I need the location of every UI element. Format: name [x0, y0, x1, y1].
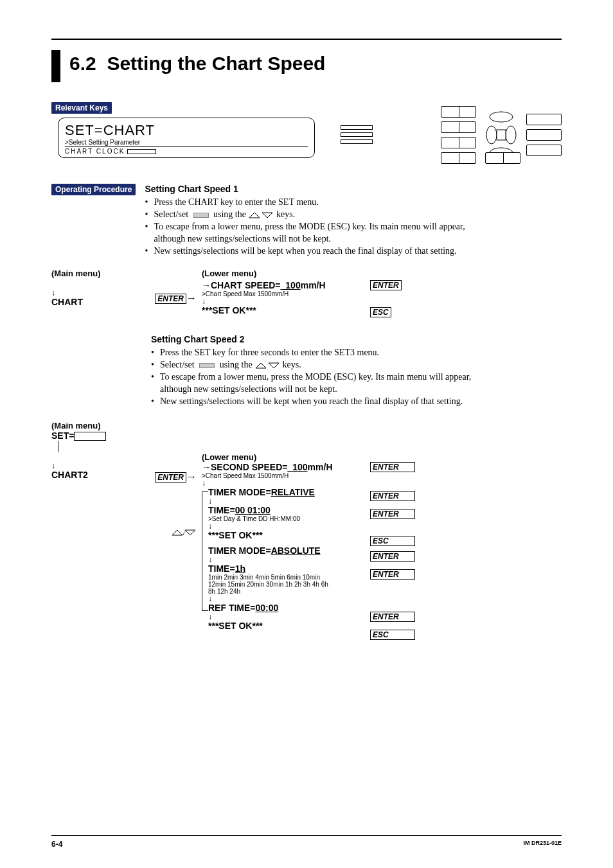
- menu-line: TIMER MODE=RELATIVE: [208, 487, 369, 497]
- list-item: To escape from a lower menu, press the M…: [151, 371, 562, 396]
- text: New settings/selections will be kept whe…: [154, 246, 456, 256]
- down-arrow-icon: ↓: [208, 522, 369, 530]
- text: using the: [217, 360, 254, 369]
- text: Select/set: [160, 360, 197, 369]
- up-down-key-icon: [248, 211, 274, 219]
- proc2-heading: Setting Chart Speed 2: [151, 334, 562, 344]
- enter-key-token: ENTER: [155, 472, 186, 483]
- label: TIME=: [208, 505, 235, 515]
- lcd-title: SET=CHART: [65, 122, 308, 139]
- enter-key-token: ENTER: [370, 509, 415, 519]
- enter-key-token: ENTER: [155, 294, 186, 304]
- menu-subtext: 8h 12h 24h: [208, 588, 369, 595]
- svg-rect-4: [497, 130, 506, 140]
- proc1-heading: Setting Chart Speed 1: [145, 184, 562, 194]
- value: 1h: [235, 563, 245, 574]
- key-icon: [526, 114, 562, 125]
- operating-procedure-label: Operating Procedure: [51, 184, 136, 195]
- proc2-list: Press the SET key for three seconds to e…: [151, 347, 562, 407]
- section-number: 6.2: [69, 53, 96, 74]
- branch-bracket: [202, 492, 208, 611]
- down-arrow-icon: ↓: [51, 462, 141, 470]
- enter-key-token: ENTER: [370, 462, 415, 472]
- section-title-text: Setting the Chart Speed: [107, 53, 325, 74]
- svg-marker-7: [256, 363, 266, 368]
- svg-marker-10: [185, 530, 195, 535]
- value: _100: [281, 280, 301, 290]
- mini-key-icon: [341, 132, 373, 137]
- lower-menu-label: (Lower menu): [202, 452, 369, 462]
- flow-1: (Main menu) (Lower menu) ↓ CHART ENTER→ …: [51, 269, 562, 317]
- cursor-icon: [199, 363, 215, 368]
- key-icon: [526, 145, 562, 156]
- list-item: Select/set using the keys.: [145, 209, 562, 221]
- text: Press the SET key for three seconds to e…: [160, 348, 379, 357]
- main-menu-item: CHART2: [51, 470, 141, 480]
- right-arrow-icon: →: [202, 280, 211, 290]
- right-arrow-icon: →: [202, 462, 211, 472]
- esc-key-token: ESC: [370, 630, 415, 640]
- lcd-sub1: >Select Setting Parameter: [65, 139, 308, 147]
- menu-line: TIMER MODE=ABSOLUTE: [208, 545, 369, 556]
- mini-key-icon: [341, 125, 373, 130]
- esc-key-token: ESC: [370, 536, 415, 546]
- proc1-list: Press the CHART key to enter the SET men…: [145, 197, 562, 257]
- value: RELATIVE: [271, 487, 315, 497]
- set-eq: SET=: [51, 430, 562, 441]
- enter-key-token: ENTER: [370, 491, 415, 501]
- text: using the: [211, 209, 249, 219]
- menu-line: →SECOND SPEED=_100mm/H: [202, 462, 369, 472]
- svg-point-2: [486, 126, 497, 144]
- mini-button-stack: [341, 125, 373, 144]
- label: CHART SPEED=: [211, 280, 281, 290]
- text: keys.: [276, 209, 295, 219]
- list-item: New settings/selections will be kept whe…: [145, 245, 562, 258]
- enter-key-token: ENTER: [370, 569, 415, 580]
- up-down-key-icon: [254, 362, 280, 369]
- title-row: 6.2 Setting the Chart Speed: [51, 53, 562, 82]
- keypad-panel: [441, 106, 562, 164]
- label: REF TIME=: [208, 603, 256, 613]
- text: To escape from a lower menu, press the M…: [160, 372, 471, 382]
- value: 00:00: [256, 603, 279, 613]
- value: ABSOLUTE: [271, 545, 321, 556]
- label: SET=: [51, 430, 74, 441]
- main-menu-label: (Main menu): [51, 269, 141, 278]
- list-item: To escape from a lower menu, press the M…: [145, 221, 562, 245]
- lcd-sub2-text: CHART CLOCK: [65, 148, 125, 155]
- cursor-icon: [127, 149, 156, 154]
- label: SECOND SPEED=: [211, 462, 287, 472]
- text: New settings/selections will be kept whe…: [160, 396, 463, 406]
- down-arrow-icon: ↓: [208, 556, 369, 563]
- mini-key-icon: [341, 139, 373, 144]
- procedure-1: Operating Procedure Setting Chart Speed …: [51, 184, 562, 257]
- down-arrow-icon: ↓: [208, 595, 369, 603]
- menu-subtext: 12min 15min 20min 30min 1h 2h 3h 4h 6h: [208, 581, 369, 588]
- page-number: 6-4: [51, 840, 62, 849]
- menu-line: →CHART SPEED=_100mm/H: [202, 280, 369, 290]
- svg-point-0: [490, 112, 513, 122]
- text: To escape from a lower menu, press the M…: [154, 222, 465, 231]
- enter-key-token: ENTER: [370, 551, 415, 562]
- procedure-2: Setting Chart Speed 2 Press the SET key …: [151, 334, 562, 407]
- svg-marker-8: [269, 363, 279, 368]
- list-item: New settings/selections will be kept whe…: [151, 396, 562, 408]
- label: TIMER MODE=: [208, 545, 271, 556]
- key-icon: [441, 106, 476, 118]
- unit: mm/H: [308, 462, 333, 472]
- svg-marker-5: [249, 213, 260, 218]
- set-ok: ***SET OK***: [208, 621, 369, 631]
- set-ok: ***SET OK***: [208, 530, 369, 540]
- page-footer: 6-4 IM DR231-01E: [51, 835, 562, 849]
- text: although new settings/selections will no…: [160, 384, 562, 396]
- top-rule: [51, 39, 562, 40]
- enter-key-token: ENTER: [370, 280, 402, 290]
- text: Select/set: [154, 209, 190, 219]
- svg-point-3: [506, 126, 516, 144]
- svg-marker-6: [262, 213, 272, 218]
- list-item: Select/set using the keys.: [151, 359, 562, 371]
- down-arrow-icon: ↓: [208, 497, 369, 505]
- down-arrow-icon: ↓: [202, 479, 369, 487]
- flow-connector: [58, 441, 562, 452]
- relevant-keys-label: Relevant Keys: [51, 102, 112, 114]
